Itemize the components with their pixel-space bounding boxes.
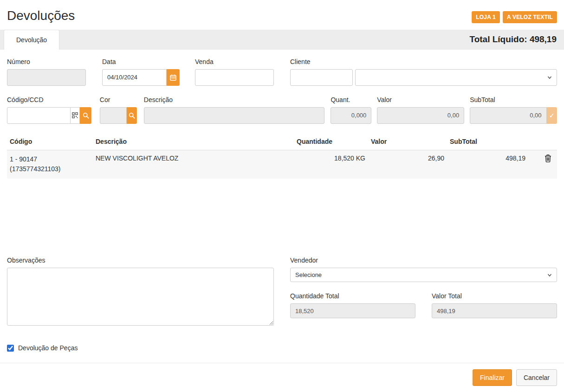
company-badge: A VELOZ TEXTIL bbox=[503, 11, 557, 23]
vendedor-select-value: Selecione bbox=[295, 271, 322, 278]
devolucao-pecas-label[interactable]: Devolução de Peças bbox=[18, 344, 78, 352]
valor-field bbox=[377, 107, 464, 124]
devolucoes-page: Devoluções LOJA 1 A VELOZ TEXTIL Devoluç… bbox=[0, 0, 564, 392]
cliente-label: Cliente bbox=[290, 58, 353, 65]
barcode-scan-button[interactable] bbox=[71, 107, 80, 124]
quant-field bbox=[331, 107, 371, 124]
quantidade-total-field bbox=[290, 303, 415, 318]
cliente-field[interactable] bbox=[290, 69, 353, 86]
data-field[interactable] bbox=[102, 69, 167, 86]
devolucao-pecas-checkbox[interactable] bbox=[7, 345, 14, 352]
cliente-select[interactable] bbox=[355, 69, 557, 86]
descricao-label: Descrição bbox=[144, 96, 325, 103]
cor-search-button[interactable] bbox=[127, 107, 136, 124]
finalizar-button[interactable]: Finalizar bbox=[473, 369, 512, 386]
check-icon: ✓ bbox=[549, 112, 555, 119]
quant-label: Quant. bbox=[331, 96, 371, 103]
chevron-down-icon bbox=[547, 75, 552, 80]
item-codigo: 1 - 90147 bbox=[10, 154, 90, 165]
items-table-header-row: Código Descrição Quantidade Valor SubTot… bbox=[7, 133, 557, 150]
chevron-down-icon bbox=[547, 273, 552, 277]
col-header-descricao: Descrição bbox=[93, 133, 294, 150]
tab-strip: Devolução Total Líquido: 498,19 bbox=[0, 30, 564, 50]
item-quantidade: 18,520 KG bbox=[294, 150, 368, 179]
subtotal-label: SubTotal bbox=[470, 96, 557, 103]
codigo-ccd-label: Código/CCD bbox=[7, 96, 91, 103]
delete-item-button[interactable] bbox=[542, 154, 554, 162]
valor-total-label: Valor Total bbox=[432, 292, 557, 300]
codigo-search-button[interactable] bbox=[80, 107, 91, 124]
col-header-quantidade: Quantidade bbox=[294, 133, 368, 150]
quantidade-total-label: Quantidade Total bbox=[290, 292, 415, 300]
numero-field bbox=[7, 69, 86, 86]
bottom-section: Observações Vendedor Selecione Quantidad… bbox=[7, 257, 557, 328]
item-descricao: NEW VISCOLIGHT AVELOZ bbox=[93, 150, 294, 179]
form-row-1: Número Data Venda Client bbox=[7, 58, 557, 86]
valor-total-field bbox=[432, 303, 557, 318]
calendar-button[interactable] bbox=[167, 69, 180, 86]
cor-label: Cor bbox=[100, 96, 137, 103]
descricao-field bbox=[144, 107, 325, 124]
cliente-select-spacer bbox=[355, 58, 557, 65]
item-actions-cell bbox=[528, 150, 557, 179]
valor-label: Valor bbox=[377, 96, 464, 103]
subtotal-field bbox=[470, 107, 546, 124]
item-codigo-cell: 1 - 90147 (1735774321103) bbox=[7, 150, 93, 179]
trash-icon bbox=[545, 154, 551, 162]
totals-row: Quantidade Total Valor Total bbox=[290, 292, 557, 318]
total-liquido-text: Total Líquido: 498,19 bbox=[469, 30, 564, 50]
search-icon bbox=[129, 112, 135, 119]
data-label: Data bbox=[102, 58, 180, 65]
observacoes-textarea[interactable] bbox=[7, 268, 274, 326]
barcode-icon bbox=[72, 112, 78, 118]
calendar-icon bbox=[170, 74, 176, 81]
table-row: 1 - 90147 (1735774321103) NEW VISCOLIGHT… bbox=[7, 150, 557, 179]
col-header-actions bbox=[528, 133, 557, 150]
tab-devolucao[interactable]: Devolução bbox=[4, 30, 59, 50]
codigo-ccd-field[interactable] bbox=[7, 107, 71, 124]
item-subtotal: 498,19 bbox=[447, 150, 528, 179]
page-title: Devoluções bbox=[7, 8, 75, 23]
page-header: Devoluções LOJA 1 A VELOZ TEXTIL bbox=[0, 0, 564, 30]
item-ccd: (1735774321103) bbox=[10, 164, 90, 174]
item-valor: 26,90 bbox=[368, 150, 447, 179]
cancelar-button[interactable]: Cancelar bbox=[516, 369, 557, 386]
vendedor-label: Vendedor bbox=[290, 257, 557, 264]
col-header-subtotal: SubTotal bbox=[447, 133, 528, 150]
observacoes-label: Observações bbox=[7, 257, 274, 264]
col-header-valor: Valor bbox=[368, 133, 447, 150]
venda-field[interactable] bbox=[195, 69, 274, 86]
venda-label: Venda bbox=[195, 58, 274, 65]
main-content: Número Data Venda Client bbox=[0, 50, 564, 352]
cor-field bbox=[100, 107, 127, 124]
confirm-item-button[interactable]: ✓ bbox=[547, 107, 557, 124]
items-table: Código Descrição Quantidade Valor SubTot… bbox=[7, 133, 557, 179]
store-badge: LOJA 1 bbox=[472, 11, 500, 23]
header-badges: LOJA 1 A VELOZ TEXTIL bbox=[472, 8, 557, 23]
numero-label: Número bbox=[7, 58, 86, 65]
vendedor-select[interactable]: Selecione bbox=[290, 268, 557, 282]
footer-actions: Finalizar Cancelar bbox=[0, 363, 564, 392]
col-header-codigo: Código bbox=[7, 133, 93, 150]
form-row-2: Código/CCD Cor bbox=[7, 96, 557, 124]
devolucao-pecas-row: Devolução de Peças bbox=[7, 344, 557, 352]
search-icon bbox=[83, 112, 89, 119]
